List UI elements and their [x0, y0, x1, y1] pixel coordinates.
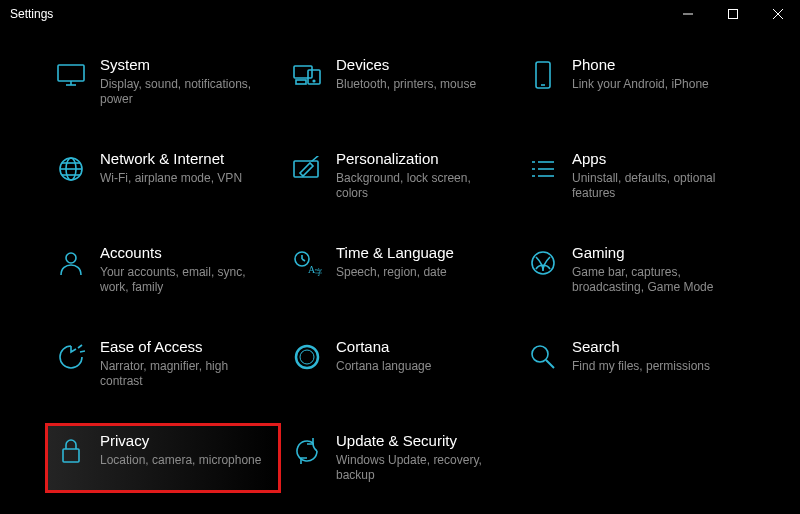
tile-phone[interactable]: PhoneLink your Android, iPhone [520, 50, 750, 114]
tile-cortana[interactable]: CortanaCortana language [284, 332, 514, 396]
phone-icon [526, 58, 560, 92]
maximize-icon [728, 9, 738, 19]
close-button[interactable] [755, 0, 800, 28]
ease-of-access-icon [54, 340, 88, 374]
minimize-button[interactable] [665, 0, 710, 28]
tile-system[interactable]: SystemDisplay, sound, notifications, pow… [48, 50, 278, 114]
tile-privacy[interactable]: PrivacyLocation, camera, microphone [48, 426, 278, 490]
minimize-icon [683, 9, 693, 19]
close-icon [773, 9, 783, 19]
window-controls [665, 0, 800, 28]
svg-rect-39 [63, 449, 79, 462]
tile-desc: Cortana language [336, 359, 431, 375]
cortana-icon [290, 340, 324, 374]
svg-point-37 [532, 346, 548, 362]
svg-line-38 [546, 360, 554, 368]
svg-line-33 [78, 345, 82, 348]
tile-desc: Game bar, captures, broadcasting, Game M… [572, 265, 742, 296]
svg-rect-10 [296, 80, 306, 84]
tile-desc: Wi-Fi, airplane mode, VPN [100, 171, 242, 187]
system-icon [54, 58, 88, 92]
tile-title: Search [572, 338, 710, 357]
tile-title: Update & Security [336, 432, 506, 451]
update-icon [290, 434, 324, 468]
svg-point-26 [66, 253, 76, 263]
title-bar: Settings [0, 0, 800, 28]
lock-icon [54, 434, 88, 468]
svg-point-9 [313, 80, 315, 82]
tile-network[interactable]: Network & InternetWi-Fi, airplane mode, … [48, 144, 278, 208]
tile-desc: Windows Update, recovery, backup [336, 453, 506, 484]
tile-gaming[interactable]: GamingGame bar, captures, broadcasting, … [520, 238, 750, 302]
tile-title: Gaming [572, 244, 742, 263]
svg-rect-4 [58, 65, 84, 81]
tile-title: Phone [572, 56, 709, 75]
devices-icon [290, 58, 324, 92]
tile-ease-of-access[interactable]: Ease of AccessNarrator, magnifier, high … [48, 332, 278, 396]
tile-title: Accounts [100, 244, 270, 263]
svg-rect-7 [294, 66, 312, 78]
tile-desc: Narrator, magnifier, high contrast [100, 359, 270, 390]
time-language-icon: A字 [290, 246, 324, 280]
tile-desc: Location, camera, microphone [100, 453, 261, 469]
svg-text:字: 字 [315, 268, 322, 277]
tile-time-language[interactable]: A字 Time & LanguageSpeech, region, date [284, 238, 514, 302]
tile-desc: Uninstall, defaults, optional features [572, 171, 742, 202]
svg-rect-18 [294, 161, 318, 177]
tile-title: Time & Language [336, 244, 454, 263]
tile-title: Personalization [336, 150, 506, 169]
tile-desc: Find my files, permissions [572, 359, 710, 375]
tile-desc: Link your Android, iPhone [572, 77, 709, 93]
brush-icon [290, 152, 324, 186]
tile-title: Network & Internet [100, 150, 242, 169]
svg-line-34 [80, 351, 85, 352]
tile-update-security[interactable]: Update & SecurityWindows Update, recover… [284, 426, 514, 490]
window-title: Settings [10, 7, 53, 21]
maximize-button[interactable] [710, 0, 755, 28]
svg-rect-11 [536, 62, 550, 88]
tile-title: Ease of Access [100, 338, 270, 357]
tile-title: Cortana [336, 338, 431, 357]
tile-devices[interactable]: DevicesBluetooth, printers, mouse [284, 50, 514, 114]
tile-desc: Your accounts, email, sync, work, family [100, 265, 270, 296]
tile-title: Privacy [100, 432, 261, 451]
svg-line-29 [302, 259, 305, 261]
tile-accounts[interactable]: AccountsYour accounts, email, sync, work… [48, 238, 278, 302]
xbox-icon [526, 246, 560, 280]
tile-desc: Bluetooth, printers, mouse [336, 77, 476, 93]
tile-title: Devices [336, 56, 476, 75]
settings-grid: SystemDisplay, sound, notifications, pow… [48, 50, 760, 490]
tile-personalization[interactable]: PersonalizationBackground, lock screen, … [284, 144, 514, 208]
tile-title: System [100, 56, 270, 75]
svg-rect-1 [728, 10, 737, 19]
svg-point-35 [296, 346, 318, 368]
person-icon [54, 246, 88, 280]
tile-search[interactable]: SearchFind my files, permissions [520, 332, 750, 396]
svg-point-36 [300, 350, 314, 364]
tile-title: Apps [572, 150, 742, 169]
tile-apps[interactable]: AppsUninstall, defaults, optional featur… [520, 144, 750, 208]
search-icon [526, 340, 560, 374]
globe-icon [54, 152, 88, 186]
tile-desc: Background, lock screen, colors [336, 171, 506, 202]
tile-desc: Speech, region, date [336, 265, 454, 281]
tile-desc: Display, sound, notifications, power [100, 77, 270, 108]
apps-icon [526, 152, 560, 186]
